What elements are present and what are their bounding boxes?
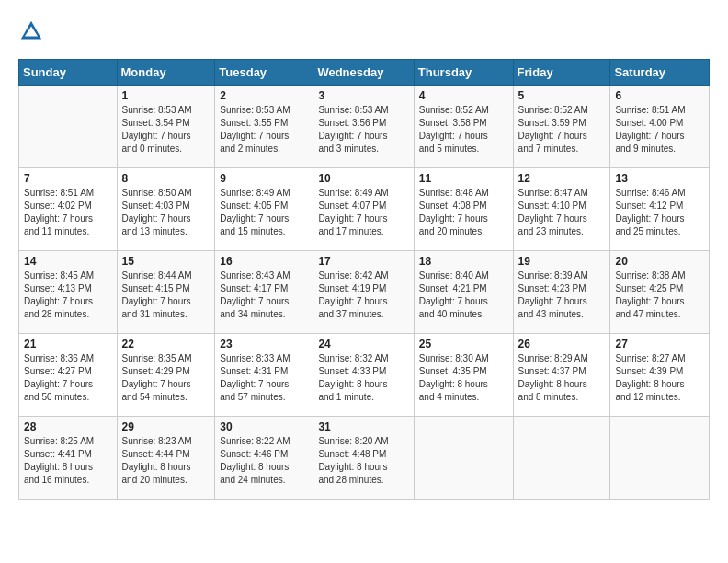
header-saturday: Saturday xyxy=(610,60,710,86)
day-info: Sunrise: 8:27 AM Sunset: 4:39 PM Dayligh… xyxy=(615,352,704,404)
day-cell: 11Sunrise: 8:48 AM Sunset: 4:08 PM Dayli… xyxy=(414,168,513,251)
day-cell: 20Sunrise: 8:38 AM Sunset: 4:25 PM Dayli… xyxy=(610,251,710,334)
day-info: Sunrise: 8:35 AM Sunset: 4:29 PM Dayligh… xyxy=(122,352,210,404)
day-cell: 30Sunrise: 8:22 AM Sunset: 4:46 PM Dayli… xyxy=(215,417,313,500)
day-number: 29 xyxy=(122,420,210,433)
day-cell: 4Sunrise: 8:52 AM Sunset: 3:58 PM Daylig… xyxy=(414,86,513,168)
day-cell: 2Sunrise: 8:53 AM Sunset: 3:55 PM Daylig… xyxy=(215,86,313,168)
day-info: Sunrise: 8:51 AM Sunset: 4:02 PM Dayligh… xyxy=(24,187,112,238)
week-row-1: 1Sunrise: 8:53 AM Sunset: 3:54 PM Daylig… xyxy=(19,86,710,168)
day-info: Sunrise: 8:25 AM Sunset: 4:41 PM Dayligh… xyxy=(24,435,112,487)
day-number: 10 xyxy=(318,172,408,185)
day-number: 17 xyxy=(318,255,408,268)
day-number: 21 xyxy=(24,338,112,350)
day-cell: 15Sunrise: 8:44 AM Sunset: 4:15 PM Dayli… xyxy=(117,251,215,334)
day-cell: 29Sunrise: 8:23 AM Sunset: 4:44 PM Dayli… xyxy=(117,417,215,500)
header-tuesday: Tuesday xyxy=(215,60,313,86)
day-info: Sunrise: 8:29 AM Sunset: 4:37 PM Dayligh… xyxy=(518,352,606,404)
day-number: 27 xyxy=(615,338,704,350)
day-number: 7 xyxy=(24,172,112,185)
day-cell: 1Sunrise: 8:53 AM Sunset: 3:54 PM Daylig… xyxy=(117,86,215,168)
day-info: Sunrise: 8:48 AM Sunset: 4:08 PM Dayligh… xyxy=(419,187,508,238)
day-cell xyxy=(513,417,610,500)
day-number: 15 xyxy=(122,255,210,268)
day-cell: 27Sunrise: 8:27 AM Sunset: 4:39 PM Dayli… xyxy=(610,334,710,417)
day-number: 4 xyxy=(419,89,508,102)
logo-icon xyxy=(18,18,44,44)
day-cell: 13Sunrise: 8:46 AM Sunset: 4:12 PM Dayli… xyxy=(610,168,710,251)
day-info: Sunrise: 8:53 AM Sunset: 3:56 PM Dayligh… xyxy=(318,104,408,155)
week-row-3: 14Sunrise: 8:45 AM Sunset: 4:13 PM Dayli… xyxy=(19,251,710,334)
day-info: Sunrise: 8:47 AM Sunset: 4:10 PM Dayligh… xyxy=(518,187,606,238)
day-number: 31 xyxy=(318,420,408,433)
day-number: 12 xyxy=(518,172,606,185)
day-info: Sunrise: 8:49 AM Sunset: 4:07 PM Dayligh… xyxy=(318,187,408,238)
day-cell: 19Sunrise: 8:39 AM Sunset: 4:23 PM Dayli… xyxy=(513,251,610,334)
day-info: Sunrise: 8:45 AM Sunset: 4:13 PM Dayligh… xyxy=(24,270,112,321)
day-info: Sunrise: 8:42 AM Sunset: 4:19 PM Dayligh… xyxy=(318,270,408,321)
day-number: 3 xyxy=(318,89,408,102)
day-info: Sunrise: 8:40 AM Sunset: 4:21 PM Dayligh… xyxy=(419,270,508,321)
day-cell xyxy=(414,417,513,500)
day-cell: 12Sunrise: 8:47 AM Sunset: 4:10 PM Dayli… xyxy=(513,168,610,251)
day-cell: 7Sunrise: 8:51 AM Sunset: 4:02 PM Daylig… xyxy=(19,168,118,251)
day-cell: 9Sunrise: 8:49 AM Sunset: 4:05 PM Daylig… xyxy=(215,168,313,251)
page-header xyxy=(18,18,710,44)
day-cell: 16Sunrise: 8:43 AM Sunset: 4:17 PM Dayli… xyxy=(215,251,313,334)
day-cell: 21Sunrise: 8:36 AM Sunset: 4:27 PM Dayli… xyxy=(19,334,118,417)
day-info: Sunrise: 8:51 AM Sunset: 4:00 PM Dayligh… xyxy=(615,104,704,155)
day-number: 28 xyxy=(24,420,112,433)
day-number: 8 xyxy=(122,172,210,185)
day-info: Sunrise: 8:43 AM Sunset: 4:17 PM Dayligh… xyxy=(220,270,308,321)
day-info: Sunrise: 8:39 AM Sunset: 4:23 PM Dayligh… xyxy=(518,270,606,321)
day-info: Sunrise: 8:30 AM Sunset: 4:35 PM Dayligh… xyxy=(419,352,508,404)
day-info: Sunrise: 8:33 AM Sunset: 4:31 PM Dayligh… xyxy=(220,352,308,404)
day-info: Sunrise: 8:32 AM Sunset: 4:33 PM Dayligh… xyxy=(318,352,408,404)
logo xyxy=(18,18,48,44)
day-number: 22 xyxy=(122,338,210,350)
day-info: Sunrise: 8:50 AM Sunset: 4:03 PM Dayligh… xyxy=(122,187,210,238)
day-info: Sunrise: 8:46 AM Sunset: 4:12 PM Dayligh… xyxy=(615,187,704,238)
day-info: Sunrise: 8:49 AM Sunset: 4:05 PM Dayligh… xyxy=(220,187,308,238)
header-wednesday: Wednesday xyxy=(313,60,414,86)
day-info: Sunrise: 8:44 AM Sunset: 4:15 PM Dayligh… xyxy=(122,270,210,321)
day-info: Sunrise: 8:52 AM Sunset: 3:59 PM Dayligh… xyxy=(518,104,606,155)
day-number: 6 xyxy=(615,89,704,102)
day-cell: 6Sunrise: 8:51 AM Sunset: 4:00 PM Daylig… xyxy=(610,86,710,168)
day-number: 14 xyxy=(24,255,112,268)
day-cell: 3Sunrise: 8:53 AM Sunset: 3:56 PM Daylig… xyxy=(313,86,414,168)
day-number: 2 xyxy=(220,89,308,102)
calendar-header-row: SundayMondayTuesdayWednesdayThursdayFrid… xyxy=(19,60,710,86)
day-cell: 24Sunrise: 8:32 AM Sunset: 4:33 PM Dayli… xyxy=(313,334,414,417)
day-cell: 8Sunrise: 8:50 AM Sunset: 4:03 PM Daylig… xyxy=(117,168,215,251)
day-cell: 31Sunrise: 8:20 AM Sunset: 4:48 PM Dayli… xyxy=(313,417,414,500)
week-row-5: 28Sunrise: 8:25 AM Sunset: 4:41 PM Dayli… xyxy=(19,417,710,500)
day-number: 30 xyxy=(220,420,308,433)
header-monday: Monday xyxy=(117,60,215,86)
day-number: 24 xyxy=(318,338,408,350)
day-number: 25 xyxy=(419,338,508,350)
header-sunday: Sunday xyxy=(19,60,118,86)
day-cell: 10Sunrise: 8:49 AM Sunset: 4:07 PM Dayli… xyxy=(313,168,414,251)
day-info: Sunrise: 8:23 AM Sunset: 4:44 PM Dayligh… xyxy=(122,435,210,487)
day-cell xyxy=(19,86,118,168)
day-info: Sunrise: 8:38 AM Sunset: 4:25 PM Dayligh… xyxy=(615,270,704,321)
header-friday: Friday xyxy=(513,60,610,86)
week-row-4: 21Sunrise: 8:36 AM Sunset: 4:27 PM Dayli… xyxy=(19,334,710,417)
day-number: 19 xyxy=(518,255,606,268)
day-number: 26 xyxy=(518,338,606,350)
day-cell xyxy=(610,417,710,500)
day-info: Sunrise: 8:20 AM Sunset: 4:48 PM Dayligh… xyxy=(318,435,408,487)
day-number: 18 xyxy=(419,255,508,268)
day-number: 9 xyxy=(220,172,308,185)
day-info: Sunrise: 8:36 AM Sunset: 4:27 PM Dayligh… xyxy=(24,352,112,404)
day-number: 5 xyxy=(518,89,606,102)
day-cell: 5Sunrise: 8:52 AM Sunset: 3:59 PM Daylig… xyxy=(513,86,610,168)
day-cell: 28Sunrise: 8:25 AM Sunset: 4:41 PM Dayli… xyxy=(19,417,118,500)
day-number: 11 xyxy=(419,172,508,185)
calendar-table: SundayMondayTuesdayWednesdayThursdayFrid… xyxy=(18,59,710,500)
header-thursday: Thursday xyxy=(414,60,513,86)
day-cell: 17Sunrise: 8:42 AM Sunset: 4:19 PM Dayli… xyxy=(313,251,414,334)
day-number: 13 xyxy=(615,172,704,185)
day-cell: 25Sunrise: 8:30 AM Sunset: 4:35 PM Dayli… xyxy=(414,334,513,417)
